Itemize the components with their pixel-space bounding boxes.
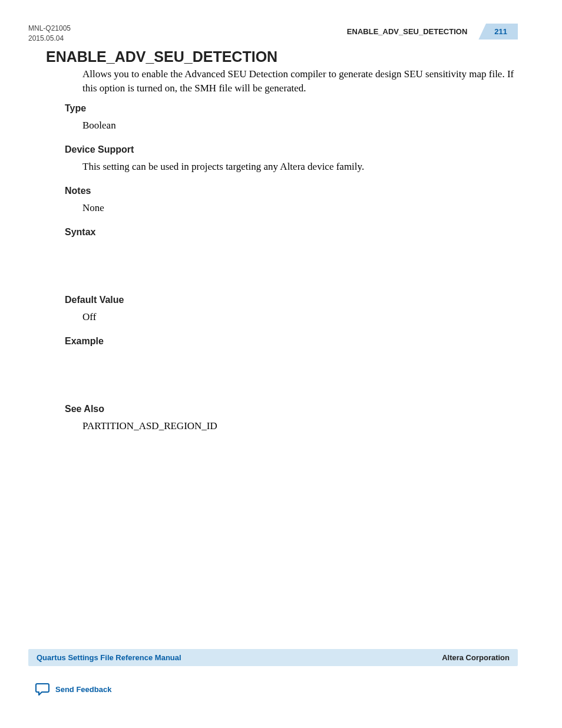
heading-type: Type: [65, 103, 516, 114]
header-meta: MNL-Q21005 2015.05.04: [28, 24, 71, 44]
page-title: ENABLE_ADV_SEU_DETECTION: [46, 48, 277, 65]
section-device-support: Device Support This setting can be used …: [65, 144, 516, 174]
send-feedback-link[interactable]: Send Feedback: [35, 683, 111, 696]
send-feedback-label: Send Feedback: [55, 685, 111, 694]
section-syntax: Syntax: [65, 227, 516, 242]
body-default-value: Off: [82, 310, 516, 324]
heading-device-support: Device Support: [65, 144, 516, 155]
document-id: MNL-Q21005: [28, 24, 71, 34]
header-topic: ENABLE_ADV_SEU_DETECTION: [347, 27, 467, 36]
document-date: 2015.05.04: [28, 34, 71, 44]
page-header: MNL-Q21005 2015.05.04 ENABLE_ADV_SEU_DET…: [28, 24, 518, 44]
section-see-also: See Also PARTITION_ASD_REGION_ID: [65, 404, 516, 433]
footer-manual-link[interactable]: Quartus Settings File Reference Manual: [37, 653, 181, 662]
heading-default-value: Default Value: [65, 295, 516, 305]
heading-syntax: Syntax: [65, 227, 516, 238]
body-type: Boolean: [82, 118, 516, 133]
section-type: Type Boolean: [65, 103, 516, 133]
body-notes: None: [82, 201, 516, 215]
section-default-value: Default Value Off: [65, 295, 516, 324]
page-description: Allows you to enable the Advanced SEU De…: [82, 67, 516, 95]
page-number-badge: 211: [478, 24, 518, 39]
body-device-support: This setting can be used in projects tar…: [82, 160, 516, 174]
heading-notes: Notes: [65, 186, 516, 196]
heading-see-also: See Also: [65, 404, 516, 414]
footer-bar: Quartus Settings File Reference Manual A…: [28, 649, 518, 666]
heading-example: Example: [65, 336, 516, 347]
footer-company: Altera Corporation: [442, 653, 510, 662]
header-right: ENABLE_ADV_SEU_DETECTION 211: [347, 24, 518, 39]
speech-bubble-icon: [35, 683, 49, 696]
section-notes: Notes None: [65, 186, 516, 215]
body-see-also: PARTITION_ASD_REGION_ID: [82, 419, 516, 433]
section-example: Example: [65, 336, 516, 351]
